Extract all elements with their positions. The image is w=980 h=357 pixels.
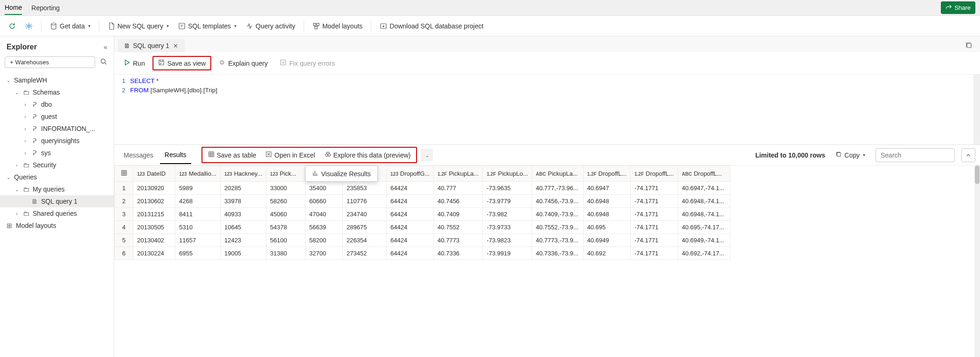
cell[interactable]: -73.9635 <box>483 182 532 195</box>
messages-tab[interactable]: Messages <box>119 147 158 164</box>
cell[interactable]: 40.777,-73.96... <box>532 182 583 195</box>
tree-schema-information[interactable]: ›ᕈINFORMATION_... <box>0 123 114 135</box>
cell[interactable]: 226354 <box>343 234 387 247</box>
cell[interactable]: 40.692,-74.17... <box>678 247 730 260</box>
expand-results-button[interactable] <box>961 148 975 162</box>
cell[interactable]: 234740 <box>343 208 387 221</box>
cell[interactable]: 20130402 <box>133 234 175 247</box>
cell[interactable]: 6955 <box>175 247 221 260</box>
column-header[interactable]: 1.2FPickupLo... <box>483 166 532 182</box>
explore-data-button[interactable]: Explore this data (preview) <box>321 149 415 161</box>
cell[interactable]: 5310 <box>175 221 221 234</box>
share-button[interactable]: Share <box>941 1 975 14</box>
column-header[interactable]: 123DateID <box>133 166 175 182</box>
sql-templates-button[interactable]: SQL templates▾ <box>174 20 240 32</box>
cell[interactable]: 47040 <box>306 208 343 221</box>
cell[interactable]: 110776 <box>343 195 387 208</box>
cell[interactable]: 40.6948 <box>583 208 630 221</box>
cell[interactable]: 12423 <box>220 234 266 247</box>
tab-sql-query-1[interactable]: 🗎 SQL query 1 ✕ <box>118 39 185 52</box>
cell[interactable]: 56639 <box>306 221 343 234</box>
collapse-panel-icon[interactable]: « <box>104 43 107 51</box>
cell[interactable]: 40.7409 <box>434 208 483 221</box>
cell[interactable]: 20130920 <box>133 182 175 195</box>
column-header[interactable]: 123DropoffG... <box>387 166 434 182</box>
cell[interactable]: 58260 <box>266 195 306 208</box>
cell[interactable]: 35400 <box>306 182 343 195</box>
cell[interactable]: 235853 <box>343 182 387 195</box>
cell[interactable]: 40.7336,-73.9... <box>532 247 583 260</box>
save-as-table-button[interactable]: Save as table <box>204 149 260 161</box>
cell[interactable]: 19005 <box>220 247 266 260</box>
column-header[interactable]: 123Hackney... <box>220 166 266 182</box>
new-sql-query-button[interactable]: New SQL query▾ <box>104 20 173 32</box>
cell[interactable]: 54378 <box>266 221 306 234</box>
column-header[interactable]: ABCPickupLa... <box>532 166 583 182</box>
cell[interactable]: 32700 <box>306 247 343 260</box>
results-tab[interactable]: Results <box>160 146 191 164</box>
copy-button[interactable]: Copy ▾ <box>832 149 869 161</box>
tree-model-layouts[interactable]: ⊞Model layouts <box>0 220 114 232</box>
cell[interactable]: -74.1771 <box>631 182 678 195</box>
cell[interactable]: -74.1771 <box>631 221 678 234</box>
query-activity-button[interactable]: Query activity <box>242 20 299 32</box>
results-actions-dropdown[interactable]: ⌄ <box>421 149 433 161</box>
cell[interactable]: 20130224 <box>133 247 175 260</box>
refresh-button[interactable] <box>5 20 20 32</box>
cell[interactable]: 60660 <box>306 195 343 208</box>
cell[interactable]: 40.777 <box>434 182 483 195</box>
cell[interactable]: 40.7552,-73.9... <box>532 221 583 234</box>
cell[interactable]: 40.695 <box>583 221 630 234</box>
cell[interactable]: 64424 <box>387 234 434 247</box>
table-row[interactable]: 1201309205989202853300035400235853644244… <box>115 182 730 195</box>
cell[interactable]: 40.7409,-73.9... <box>532 208 583 221</box>
cell[interactable]: -73.9779 <box>483 195 532 208</box>
cell[interactable]: 11657 <box>175 234 221 247</box>
settings-button[interactable] <box>21 20 36 32</box>
table-row[interactable]: 2201306024268339785826060660110776644244… <box>115 195 730 208</box>
cell[interactable]: 40.7552 <box>434 221 483 234</box>
tree-schema-queryinsights[interactable]: ›ᕈqueryinsights <box>0 135 114 147</box>
cell[interactable]: 45060 <box>266 208 306 221</box>
tree-sql-query-1[interactable]: 🗎SQL query 1 <box>0 195 114 207</box>
cell[interactable]: 20131215 <box>133 208 175 221</box>
run-button[interactable]: Run <box>119 57 150 69</box>
table-row[interactable]: 5201304021165712423561005820022635464424… <box>115 234 730 247</box>
cell[interactable]: -74.1771 <box>631 208 678 221</box>
cell[interactable]: 40.6948 <box>583 195 630 208</box>
cell[interactable]: -74.1771 <box>631 234 678 247</box>
cell[interactable]: 4268 <box>175 195 221 208</box>
cell[interactable]: -74.1771 <box>631 247 678 260</box>
nav-reporting[interactable]: Reporting <box>31 1 60 14</box>
cell[interactable]: -73.9823 <box>483 234 532 247</box>
cell[interactable]: 5989 <box>175 182 221 195</box>
cell[interactable]: 40.7456,-73.9... <box>532 195 583 208</box>
cell[interactable]: -73.9919 <box>483 247 532 260</box>
cell[interactable]: 40.6948,-74.1... <box>678 195 730 208</box>
editor-minimap[interactable] <box>973 75 980 144</box>
cell[interactable]: 64424 <box>387 247 434 260</box>
cell[interactable]: 20130505 <box>133 221 175 234</box>
column-header[interactable]: 123Medallio... <box>175 166 221 182</box>
explain-query-button[interactable]: Explain query <box>214 57 272 69</box>
model-layouts-button[interactable]: Model layouts <box>309 20 366 32</box>
cell[interactable]: 64424 <box>387 221 434 234</box>
table-row[interactable]: 3201312158411409334506047040234740644244… <box>115 208 730 221</box>
table-row[interactable]: 6201302246955190053138032700273452644244… <box>115 247 730 260</box>
column-header[interactable]: 123Pick... <box>266 166 306 182</box>
cell[interactable]: 40.695,-74.17... <box>678 221 730 234</box>
tree-schema-guest[interactable]: ›ᕈguest <box>0 110 114 123</box>
cell[interactable]: 64424 <box>387 182 434 195</box>
cell[interactable]: 289675 <box>343 221 387 234</box>
cell[interactable]: 20130602 <box>133 195 175 208</box>
results-search-input[interactable] <box>876 148 955 162</box>
save-as-view-button[interactable]: Save as view <box>153 56 211 70</box>
cell[interactable]: 273452 <box>343 247 387 260</box>
tree-queries[interactable]: ⌄Queries <box>0 171 114 183</box>
results-vertical-scrollbar[interactable] <box>974 165 980 357</box>
cell[interactable]: 10645 <box>220 221 266 234</box>
cell[interactable]: 8411 <box>175 208 221 221</box>
cell[interactable]: 40.7773,-73.9... <box>532 234 583 247</box>
download-project-button[interactable]: Download SQL database project <box>376 20 487 32</box>
tree-schema-sys[interactable]: ›ᕈsys <box>0 147 114 159</box>
